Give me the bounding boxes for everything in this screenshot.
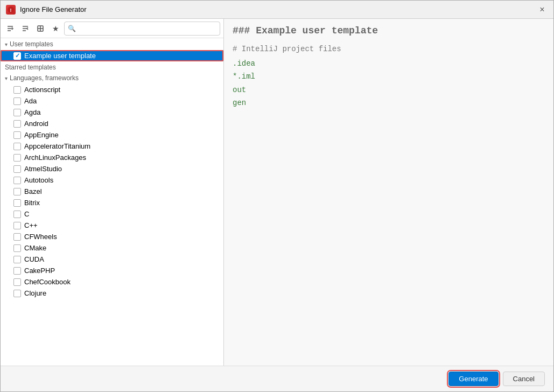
item-label: CUDA <box>24 255 44 263</box>
item-label: CakePHP <box>24 267 55 275</box>
code-lines-container: .idea*.imloutgen <box>233 58 545 110</box>
list-item[interactable]: C++ <box>1 220 223 231</box>
item-checkbox[interactable] <box>13 165 21 173</box>
item-label: C++ <box>24 221 38 229</box>
item-label: Bazel <box>24 187 42 195</box>
item-checkbox[interactable] <box>13 177 21 184</box>
toolbar-btn-3[interactable] <box>34 22 47 35</box>
item-checkbox[interactable] <box>13 211 21 218</box>
app-icon: ! <box>6 5 16 15</box>
item-checkbox[interactable] <box>13 233 21 241</box>
main-content: ★ 🔍 ▾ User templates ✓ Example user temp… <box>1 19 553 366</box>
user-templates-label: User templates <box>10 40 53 48</box>
item-label: Clojure <box>24 289 46 297</box>
list-item[interactable]: Agda <box>1 107 223 118</box>
list-item[interactable]: Bitrix <box>1 197 223 208</box>
item-checkbox[interactable] <box>13 267 21 275</box>
list-item[interactable]: AppEngine <box>1 129 223 141</box>
item-checkbox[interactable] <box>13 131 21 139</box>
item-checkbox[interactable] <box>13 97 21 105</box>
toolbar-btn-2[interactable] <box>19 22 32 35</box>
starred-templates-label: Starred templates <box>1 61 223 72</box>
item-checkbox[interactable] <box>13 278 21 286</box>
item-checkbox[interactable] <box>13 120 21 128</box>
list-item[interactable]: Actionscript <box>1 84 223 95</box>
search-icon: 🔍 <box>68 25 76 32</box>
code-line: .idea <box>233 58 545 69</box>
code-line: out <box>233 84 545 96</box>
list-item[interactable]: CFWheels <box>1 231 223 242</box>
item-label: CFWheels <box>24 233 57 241</box>
generate-button[interactable]: Generate <box>448 372 498 386</box>
item-label: C <box>24 210 29 218</box>
item-label: AppceleratorTitanium <box>24 142 90 150</box>
cancel-button[interactable]: Cancel <box>503 372 545 386</box>
item-checkbox[interactable] <box>13 188 21 195</box>
item-label: CMake <box>24 244 46 252</box>
left-panel: ★ 🔍 ▾ User templates ✓ Example user temp… <box>1 19 224 366</box>
toolbar: ★ 🔍 <box>1 19 223 38</box>
item-label: Android <box>24 120 48 128</box>
toolbar-btn-star[interactable]: ★ <box>49 22 62 35</box>
preview-title: ### Example user template <box>233 25 545 36</box>
item-label: AppEngine <box>24 131 59 139</box>
item-label: Agda <box>24 108 40 116</box>
item-checkbox[interactable] <box>13 290 21 297</box>
window-title: Ignore File Generator <box>20 5 536 13</box>
list-item[interactable]: Android <box>1 118 223 129</box>
item-label: AtmelStudio <box>24 165 62 173</box>
item-checkbox[interactable] <box>13 109 21 116</box>
list-item[interactable]: CMake <box>1 242 223 254</box>
list-item[interactable]: CakePHP <box>1 265 223 276</box>
item-checkbox[interactable] <box>13 154 21 162</box>
languages-expand-icon: ▾ <box>5 75 8 81</box>
item-label: Bitrix <box>24 199 40 207</box>
item-checkbox[interactable] <box>13 244 21 252</box>
item-label: Ada <box>24 97 37 105</box>
tree-area: ▾ User templates ✓ Example user template… <box>1 38 223 366</box>
item-checkbox[interactable]: ✓ <box>13 52 21 60</box>
expand-icon: ▾ <box>5 41 8 47</box>
list-item[interactable]: Ada <box>1 95 223 107</box>
item-checkbox[interactable] <box>13 199 21 207</box>
language-items-container: Actionscript Ada Agda Android AppEngine … <box>1 84 223 299</box>
list-item[interactable]: AtmelStudio <box>1 163 223 174</box>
list-item[interactable]: ArchLinuxPackages <box>1 152 223 163</box>
item-label: ChefCookbook <box>24 278 71 286</box>
list-item[interactable]: AppceleratorTitanium <box>1 141 223 152</box>
example-template-label: Example user template <box>24 52 96 60</box>
right-panel: ### Example user template # IntelliJ pro… <box>224 19 553 366</box>
item-label: Autotools <box>24 176 53 184</box>
code-line: gen <box>233 97 545 109</box>
example-user-template-item[interactable]: ✓ Example user template <box>1 50 223 61</box>
item-checkbox[interactable] <box>13 222 21 229</box>
list-item[interactable]: Bazel <box>1 186 223 197</box>
checkmark-icon: ✓ <box>15 52 20 59</box>
list-item[interactable]: C <box>1 208 223 220</box>
languages-header[interactable]: ▾ Languages, frameworks <box>1 72 223 84</box>
list-item[interactable]: CUDA <box>1 254 223 265</box>
item-label: ArchLinuxPackages <box>24 153 86 162</box>
bottom-bar: Generate Cancel <box>1 366 553 391</box>
code-line: *.iml <box>233 71 545 82</box>
title-bar: ! Ignore File Generator × <box>1 1 553 19</box>
list-item[interactable]: Autotools <box>1 174 223 186</box>
preview-comment: # IntelliJ project files <box>233 45 545 53</box>
item-label: Actionscript <box>24 86 60 94</box>
search-box: 🔍 <box>64 22 220 36</box>
close-button[interactable]: × <box>536 4 548 16</box>
svg-text:!: ! <box>10 8 12 13</box>
item-checkbox[interactable] <box>13 143 21 150</box>
list-item[interactable]: Clojure <box>1 288 223 299</box>
user-templates-header[interactable]: ▾ User templates <box>1 38 223 50</box>
list-item[interactable]: ChefCookbook <box>1 276 223 288</box>
item-checkbox[interactable] <box>13 86 21 94</box>
languages-label: Languages, frameworks <box>10 74 79 82</box>
search-input[interactable] <box>78 25 216 32</box>
item-checkbox[interactable] <box>13 256 21 263</box>
toolbar-btn-1[interactable] <box>4 22 17 35</box>
